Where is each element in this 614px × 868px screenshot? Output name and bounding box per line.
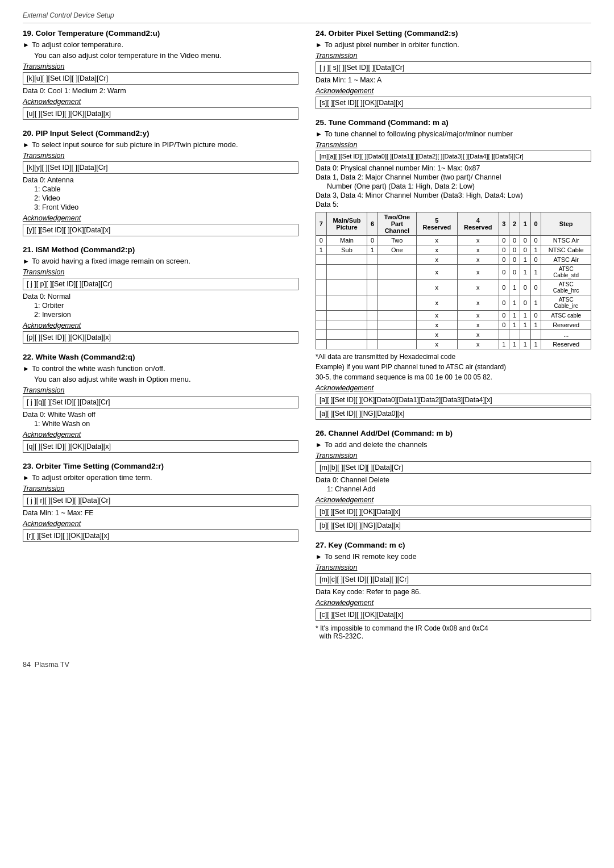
table-row: xx0011ATSCCable_std — [316, 265, 591, 280]
section-20-data-3: 3: Front Video — [34, 203, 298, 211]
section-19-data-0: Data 0: Cool 1: Medium 2: Warm — [23, 87, 298, 95]
bullet-arrow: ► — [23, 41, 30, 49]
section-22-ack-code: [q][ ][Set ID][ ][OK][Data][x] — [23, 440, 298, 453]
section-20: 20. PIP Input Select (Command2:y) ► To s… — [23, 129, 298, 236]
section-26-ack-code-1: [b][ ][Set ID][ ][NG][Data][x] — [316, 519, 591, 532]
section-20-transmission-code: [k][y][ ][Set ID][ ][Data][Cr] — [23, 161, 298, 174]
section-22-data-0: Data 0: White Wash off — [23, 411, 298, 419]
section-20-title: 20. PIP Input Select (Command2:y) — [23, 129, 298, 137]
section-21-bullet-0: ► To avoid having a fixed image remain o… — [23, 257, 298, 265]
section-23-bullet-0: ► To adjust orbiter operation time term. — [23, 473, 298, 482]
section-19-bullet-0: ► To adjust color temperature. — [23, 40, 298, 49]
section-24-title: 24. Orbiter Pixel Setting (Command2:s) — [316, 29, 591, 37]
section-19-bullet-1: You can also adjust color temperature in… — [34, 51, 298, 60]
section-26-data-1: 1: Channel Add — [327, 485, 591, 493]
section-23-title: 23. Orbiter Time Setting (Command2:r) — [23, 462, 298, 470]
bullet-arrow: ► — [23, 365, 30, 373]
section-23-data-0: Data Min: 1 ~ Max: FE — [23, 509, 298, 517]
section-22-bullet-0: ► To control the white wash function on/… — [23, 364, 298, 373]
section-24-transmission-code: [ j ][ s][ ][Set ID][ ][Data][Cr] — [316, 61, 591, 74]
bullet-arrow: ► — [23, 474, 30, 482]
col-header-1: 1 — [520, 212, 530, 236]
section-25-note-0: *All data are transmitted by Hexadecimal… — [316, 353, 591, 361]
table-row: xx1111Reserved — [316, 340, 591, 349]
table-row: 1Sub1Onexx0001NTSC Cable — [316, 245, 591, 255]
section-22-transmission-code: [ j ][q][ ][Set ID][ ][Data][Cr] — [23, 396, 298, 408]
section-22-ack-label: Acknowledgement — [23, 431, 298, 439]
bullet-arrow: ► — [316, 130, 322, 138]
table-row: xx... — [316, 330, 591, 340]
section-25-bullet-0: ► To tune channel to following physical/… — [316, 130, 591, 138]
section-19-title: 19. Color Temperature (Command2:u) — [23, 29, 298, 37]
section-21-ack-code: [p][ ][Set ID][ ][OK][Data][x] — [23, 331, 298, 344]
section-21-ack-label: Acknowledgement — [23, 322, 298, 329]
section-27-data-0: Data Key code: Refer to page 86. — [316, 588, 591, 596]
table-row: xx0101ATSCCable_irc — [316, 295, 591, 311]
table-row: 0Main0Twoxx0000NTSC Air — [316, 236, 591, 245]
col-header-2: 2 — [509, 212, 520, 236]
section-20-bullet-0: ► To select input source for sub picture… — [23, 140, 298, 149]
section-25-ack-code-0: [a][ ][Set ID][ ][OK][Data0][Data1][Data… — [316, 394, 591, 406]
section-19-transmission-code: [k][u][ ][Set ID][ ][Data][Cr] — [23, 72, 298, 85]
table-row: xx0010ATSC Air — [316, 255, 591, 265]
section-19-transmission-label: Transmission — [23, 62, 298, 70]
section-24: 24. Orbiter Pixel Setting (Command2:s) ►… — [316, 29, 591, 109]
section-19: 19. Color Temperature (Command2:u) ► To … — [23, 29, 298, 120]
bullet-arrow: ► — [23, 257, 30, 265]
section-22-title: 22. White Wash (Command2:q) — [23, 353, 298, 361]
section-25-data-1: Data 1, Data 2: Major Channel Number (tw… — [316, 173, 591, 181]
section-22: 22. White Wash (Command2:q) ► To control… — [23, 353, 298, 453]
section-27-ack-label: Acknowledgement — [316, 599, 591, 607]
col-header-4: 4Reserved — [458, 212, 499, 236]
section-27-footnote: * It's impossible to command the IR Code… — [316, 624, 591, 640]
section-20-transmission-label: Transmission — [23, 152, 298, 160]
section-25-data-2: Number (One part) (Data 1: High, Data 2:… — [327, 182, 591, 190]
section-21-title: 21. ISM Method (Command2:p) — [23, 245, 298, 254]
right-column: 24. Orbiter Pixel Setting (Command2:s) ►… — [316, 29, 591, 649]
table-row: xx0110ATSC cable — [316, 311, 591, 320]
section-25: 25. Tune Command (Command: m a) ► To tun… — [316, 118, 591, 420]
col-header-step: Step — [541, 212, 591, 236]
section-26-data-0: Data 0: Channel Delete — [316, 476, 591, 484]
section-27-ack-code: [c][ ][Set ID][ ][OK][Data][x] — [316, 608, 591, 621]
bullet-arrow: ► — [316, 41, 322, 49]
section-25-transmission-code: [m][a][ ][Set ID][ ][Data0][ ][Data1][ ]… — [316, 151, 591, 162]
section-27-transmission-label: Transmission — [316, 564, 591, 571]
section-21: 21. ISM Method (Command2:p) ► To avoid h… — [23, 245, 298, 344]
section-25-ack-code-1: [a][ ][Set ID][ ][NG][Data0][x] — [316, 407, 591, 420]
col-header-6: 6 — [367, 212, 378, 236]
section-27-title: 27. Key (Command: m c) — [316, 541, 591, 549]
section-20-ack-label: Acknowledgement — [23, 214, 298, 222]
col-header-3: 3 — [499, 212, 509, 236]
section-19-ack-label: Acknowledgement — [23, 98, 298, 106]
section-23-ack-label: Acknowledgement — [23, 520, 298, 528]
section-24-transmission-label: Transmission — [316, 52, 591, 60]
section-21-data-2: 2: Inversion — [34, 311, 298, 319]
page-footer: 84 Plasma TV — [23, 661, 591, 669]
section-20-data-1: 1: Cable — [34, 185, 298, 193]
section-23-ack-code: [r][ ][Set ID][ ][OK][Data][x] — [23, 529, 298, 542]
section-21-transmission-code: [ j ][ p][ ][Set ID][ ][Data][Cr] — [23, 278, 298, 290]
bullet-arrow: ► — [316, 553, 322, 561]
section-23-transmission-code: [ j ][ r][ ][Set ID][ ][Data][Cr] — [23, 494, 298, 507]
section-25-data-0: Data 0: Physical channel number Min: 1~ … — [316, 164, 591, 172]
col-header-0: 0 — [530, 212, 541, 236]
section-24-ack-label: Acknowledgement — [316, 87, 591, 95]
page-header: External Control Device Setup — [23, 11, 591, 23]
section-22-bullet-1: You can also adjust white wash in Option… — [34, 375, 298, 383]
col-header-twoone: Two/OnePartChannel — [378, 212, 417, 236]
section-23-transmission-label: Transmission — [23, 485, 298, 493]
col-header-5: 5Reserved — [416, 212, 457, 236]
section-21-transmission-label: Transmission — [23, 268, 298, 276]
table-row: xx0111Reserved — [316, 320, 591, 330]
section-26-title: 26. Channel Add/Del (Command: m b) — [316, 429, 591, 437]
section-22-data-1: 1: White Wash on — [34, 420, 298, 428]
section-25-ack-label: Acknowledgement — [316, 384, 591, 392]
section-27: 27. Key (Command: m c) ► To send IR remo… — [316, 541, 591, 640]
section-21-data-1: 1: Orbiter — [34, 302, 298, 310]
section-26: 26. Channel Add/Del (Command: m b) ► To … — [316, 429, 591, 532]
section-21-data-0: Data 0: Normal — [23, 293, 298, 301]
section-27-transmission-code: [m][c][ ][Set ID][ ][Data][ ][Cr] — [316, 573, 591, 586]
bullet-arrow: ► — [316, 441, 322, 449]
channel-table: 7 Main/SubPicture 6 Two/OnePartChannel 5… — [316, 212, 591, 349]
